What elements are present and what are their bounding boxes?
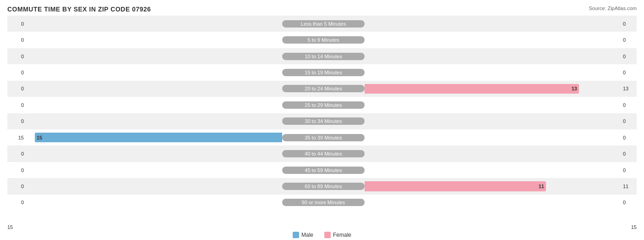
right-value: 0 (621, 102, 639, 108)
left-bar-area (26, 51, 282, 61)
center-label: 5 to 9 Minutes (282, 36, 365, 44)
right-value: 0 (621, 167, 639, 173)
bar-row: 0 90 or more Minutes 0 (7, 195, 637, 211)
left-value: 0 (7, 200, 26, 205)
left-bar-area (26, 35, 282, 45)
left-bar-area (26, 67, 282, 77)
right-bar-area (365, 133, 621, 142)
right-bar-area (365, 149, 621, 158)
right-bar-area (365, 19, 621, 28)
left-value: 0 (7, 118, 26, 124)
bar-row: 0 60 to 89 Minutes 11 11 (7, 178, 637, 194)
right-bar-area (365, 35, 621, 45)
left-value: 0 (7, 54, 26, 59)
bar-female: 13 (365, 84, 579, 94)
left-value: 0 (7, 86, 26, 91)
bar-row: 0 25 to 29 Minutes 0 (7, 97, 637, 113)
legend: Male Female (293, 232, 351, 238)
bar-row: 0 5 to 9 Minutes 0 (7, 32, 637, 48)
center-label: 10 to 14 Minutes (282, 53, 365, 60)
left-bar-area (26, 181, 282, 191)
left-value: 15 (7, 135, 26, 140)
right-bar-area (365, 198, 621, 207)
axis-labels: 15 15 (0, 224, 644, 230)
female-bar-value: 11 (537, 184, 546, 189)
left-value: 0 (7, 70, 26, 75)
right-value: 13 (621, 86, 639, 91)
right-value: 0 (621, 118, 639, 124)
bar-female: 11 (365, 181, 546, 191)
right-bar-area (365, 51, 621, 61)
left-value: 0 (7, 102, 26, 108)
right-bar-area (365, 117, 621, 126)
chart-title: COMMUTE TIME BY SEX IN ZIP CODE 07926 (7, 6, 637, 13)
axis-min-label: 15 (7, 224, 13, 230)
left-value: 0 (7, 21, 26, 27)
chart-container: COMMUTE TIME BY SEX IN ZIP CODE 07926 So… (0, 0, 644, 240)
chart-area: 0 Less than 5 Minutes 0 0 5 to 9 Minutes (7, 16, 637, 211)
center-label: 60 to 89 Minutes (282, 183, 365, 190)
bar-row: 0 45 to 59 Minutes 0 (7, 162, 637, 178)
left-bar-area (26, 84, 282, 94)
left-value: 0 (7, 184, 26, 189)
center-label: 90 or more Minutes (282, 199, 365, 206)
left-value: 0 (7, 167, 26, 173)
left-bar-area: 15 (26, 133, 282, 142)
right-value: 0 (621, 135, 639, 140)
right-bar-area: 13 (365, 84, 621, 94)
right-value: 0 (621, 151, 639, 156)
bar-row: 0 15 to 19 Minutes 0 (7, 64, 637, 80)
bar-row: 0 40 to 44 Minutes 0 (7, 145, 637, 162)
right-bar-area (365, 165, 621, 175)
legend-male-label: Male (301, 232, 313, 238)
left-bar-area (26, 198, 282, 207)
female-bar-value: 13 (570, 86, 579, 91)
male-bar-value: 15 (35, 135, 44, 140)
left-bar-area (26, 117, 282, 126)
legend-male: Male (293, 232, 313, 238)
center-label: 30 to 34 Minutes (282, 117, 365, 125)
right-value: 0 (621, 70, 639, 75)
center-label: 35 to 39 Minutes (282, 134, 365, 141)
legend-male-color (293, 232, 299, 238)
center-label: Less than 5 Minutes (282, 20, 365, 28)
legend-female: Female (324, 232, 351, 238)
right-bar-area: 11 (365, 181, 621, 191)
center-label: 15 to 19 Minutes (282, 69, 365, 76)
left-bar-area (26, 165, 282, 175)
right-value: 0 (621, 200, 639, 205)
legend-female-color (324, 232, 331, 238)
left-bar-area (26, 19, 282, 28)
bar-row: 15 15 35 to 39 Minutes 0 (7, 129, 637, 145)
center-label: 40 to 44 Minutes (282, 150, 365, 157)
bar-row: 0 20 to 24 Minutes 13 13 (7, 81, 637, 97)
bar-row: 0 Less than 5 Minutes 0 (7, 16, 637, 32)
left-value: 0 (7, 37, 26, 43)
center-label: 20 to 24 Minutes (282, 85, 365, 92)
left-value: 0 (7, 151, 26, 156)
center-label: 25 to 29 Minutes (282, 101, 365, 109)
bar-row: 0 10 to 14 Minutes 0 (7, 48, 637, 64)
legend-female-label: Female (333, 232, 351, 238)
bottom-area: 15 15 Male Female (0, 224, 644, 238)
left-bar-area (26, 149, 282, 158)
bar-row: 0 30 to 34 Minutes 0 (7, 113, 637, 129)
right-value: 0 (621, 54, 639, 59)
left-bar-area (26, 100, 282, 110)
bar-male: 15 (35, 133, 282, 142)
right-bar-area (365, 67, 621, 77)
source-text: Source: ZipAtlas.com (589, 6, 637, 11)
right-value: 11 (621, 184, 639, 189)
axis-max-label: 15 (631, 224, 637, 230)
center-label: 45 to 59 Minutes (282, 167, 365, 174)
right-bar-area (365, 100, 621, 110)
right-value: 0 (621, 37, 639, 43)
right-value: 0 (621, 21, 639, 27)
